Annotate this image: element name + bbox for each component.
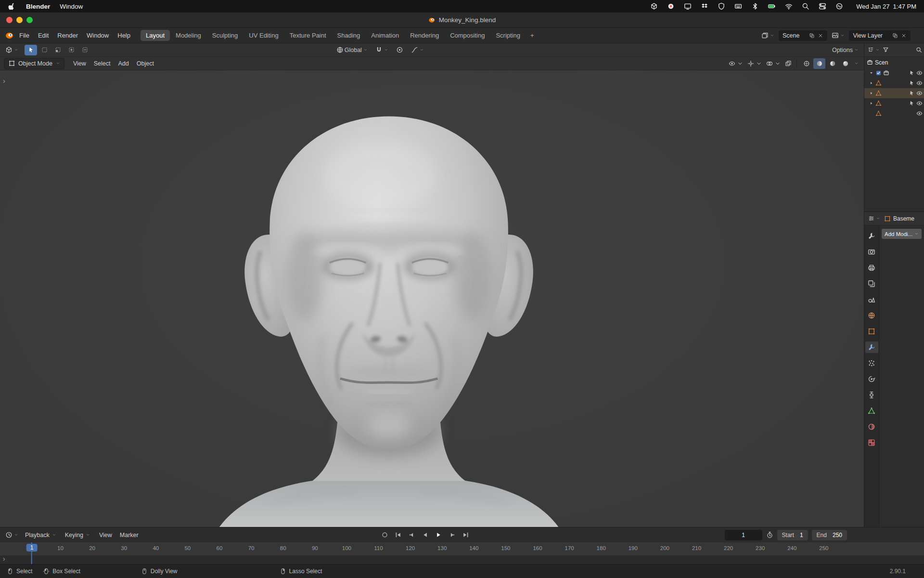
grid-dots-button[interactable] xyxy=(38,45,51,55)
workspace-tab-uv-editing[interactable]: UV Editing xyxy=(244,30,283,41)
expander-down-icon[interactable] xyxy=(869,71,874,75)
next-keyframe-button[interactable] xyxy=(446,529,458,540)
play-reverse-button[interactable] xyxy=(419,529,431,540)
keying-dropdown[interactable]: Keying xyxy=(62,530,93,540)
frame-tick[interactable]: 220 xyxy=(724,545,733,551)
expander-right-icon[interactable] xyxy=(869,91,874,95)
window-titlebar[interactable]: Monkey_King.blend xyxy=(0,13,924,28)
record-dot-button[interactable] xyxy=(378,529,391,540)
properties-tab-data[interactable] xyxy=(865,405,878,417)
control-center-icon[interactable] xyxy=(818,2,827,11)
skip-last-button[interactable] xyxy=(459,529,472,540)
shading-material-button[interactable] xyxy=(826,58,838,69)
frame-tick[interactable]: 130 xyxy=(437,545,447,551)
battery-icon[interactable] xyxy=(768,2,776,11)
monkey-head-model[interactable] xyxy=(0,70,864,527)
properties-tab-particles[interactable] xyxy=(865,357,878,369)
properties-editor-type-button[interactable] xyxy=(867,214,882,223)
unlink-scene-button[interactable] xyxy=(818,33,823,39)
properties-tab-modifier[interactable] xyxy=(865,342,878,353)
timeline-expand-arrow[interactable]: › xyxy=(3,555,5,562)
blender-logo-icon[interactable] xyxy=(5,31,14,40)
viewport-menu-select[interactable]: Select xyxy=(90,59,115,68)
outliner-editor-type-button[interactable] xyxy=(866,46,881,54)
playback-dropdown[interactable]: Playback xyxy=(22,530,60,540)
cursor-select-icon[interactable] xyxy=(909,80,915,86)
display-icon[interactable] xyxy=(683,2,692,11)
menu-render[interactable]: Render xyxy=(53,30,82,40)
workspace-tab-animation[interactable]: Animation xyxy=(366,30,404,41)
properties-tab-object[interactable] xyxy=(865,326,878,337)
grid-corner-button[interactable] xyxy=(51,45,64,55)
shading-rendered-button[interactable] xyxy=(839,58,851,69)
eye-icon[interactable] xyxy=(916,90,923,96)
properties-tab-view-layer[interactable] xyxy=(865,278,878,289)
properties-tab-texture[interactable] xyxy=(865,437,878,448)
frame-tick[interactable]: 20 xyxy=(89,545,95,551)
frame-tick[interactable]: 190 xyxy=(629,545,638,551)
wifi-icon[interactable] xyxy=(784,2,793,11)
overlays-toggle[interactable] xyxy=(765,59,783,68)
stopwatch-icon[interactable] xyxy=(766,531,773,539)
menu-edit[interactable]: Edit xyxy=(34,30,53,40)
workspace-tab-compositing[interactable]: Compositing xyxy=(445,30,490,41)
outliner-row[interactable] xyxy=(864,88,924,98)
new-scene-button[interactable] xyxy=(809,33,815,39)
eye-icon[interactable] xyxy=(916,100,923,106)
timeline-menu-view[interactable]: View xyxy=(95,530,116,540)
menubar-clock[interactable]: Wed Jan 27 1:47 PM xyxy=(856,3,916,10)
frame-tick[interactable]: 230 xyxy=(756,545,765,551)
new-view-layer-button[interactable] xyxy=(892,33,898,39)
viewport-menu-object[interactable]: Object xyxy=(133,59,158,68)
macos-menu-window[interactable]: Window xyxy=(60,3,83,10)
gizmo-toggle[interactable] xyxy=(746,59,764,68)
app-menu-blender[interactable]: Blender xyxy=(26,3,50,10)
grid-plus-button[interactable] xyxy=(65,45,77,55)
properties-tab-material[interactable] xyxy=(865,421,878,433)
workspace-tab-rendering[interactable]: Rendering xyxy=(405,30,444,41)
editor-type-button[interactable] xyxy=(4,45,20,54)
end-frame-field[interactable]: End 250 xyxy=(812,530,847,540)
frame-tick[interactable]: 60 xyxy=(217,545,223,551)
properties-tab-scene[interactable] xyxy=(865,294,878,305)
record-icon[interactable] xyxy=(667,2,675,11)
remove-view-layer-button[interactable] xyxy=(901,33,907,39)
properties-tab-output[interactable] xyxy=(865,262,878,274)
properties-tab-tool[interactable] xyxy=(865,230,878,242)
transform-orientation-dropdown[interactable]: Global xyxy=(335,45,369,54)
workspace-tab-layout[interactable]: Layout xyxy=(141,30,170,41)
timeline-playhead[interactable]: 1 xyxy=(26,542,38,564)
prev-keyframe-button[interactable] xyxy=(405,529,418,540)
expander-right-icon[interactable] xyxy=(869,81,874,85)
eye-toggle[interactable] xyxy=(727,59,745,68)
add-modifier-button[interactable]: Add Modi... xyxy=(882,229,922,239)
frame-tick[interactable]: 180 xyxy=(597,545,606,551)
workspace-tab-texture-paint[interactable]: Texture Paint xyxy=(284,30,332,41)
add-workspace-button[interactable]: + xyxy=(526,30,538,41)
properties-tab-render[interactable] xyxy=(865,246,878,258)
mode-dropdown[interactable]: Object Mode xyxy=(4,58,64,69)
siri-icon[interactable] xyxy=(835,2,844,11)
search-icon[interactable] xyxy=(916,47,922,53)
scene-name-field[interactable]: Scene xyxy=(779,30,827,41)
zoom-window-button[interactable] xyxy=(26,17,33,23)
frame-tick[interactable]: 30 xyxy=(121,545,127,551)
frame-tick[interactable]: 170 xyxy=(565,545,574,551)
outliner-row[interactable] xyxy=(864,98,924,108)
frame-tick[interactable]: 250 xyxy=(819,545,828,551)
apple-menu-icon[interactable] xyxy=(8,2,16,11)
cursor-select-icon[interactable] xyxy=(909,70,915,76)
unity-icon[interactable] xyxy=(650,2,658,11)
frame-tick[interactable]: 70 xyxy=(248,545,255,551)
shield-icon[interactable] xyxy=(717,2,726,11)
expander-right-icon[interactable] xyxy=(869,101,874,105)
menu-window[interactable]: Window xyxy=(82,30,113,40)
outliner-row[interactable] xyxy=(864,68,924,78)
scene-browse-button[interactable] xyxy=(760,31,776,40)
cursor-tool-button[interactable] xyxy=(25,45,37,55)
viewport-menu-add[interactable]: Add xyxy=(115,59,133,68)
minimize-window-button[interactable] xyxy=(16,17,23,23)
timeline-ruler[interactable]: › 1 102030405060708090100110120130140150… xyxy=(0,542,924,564)
frame-tick[interactable]: 210 xyxy=(692,545,701,551)
shading-wire-button[interactable] xyxy=(800,58,812,69)
